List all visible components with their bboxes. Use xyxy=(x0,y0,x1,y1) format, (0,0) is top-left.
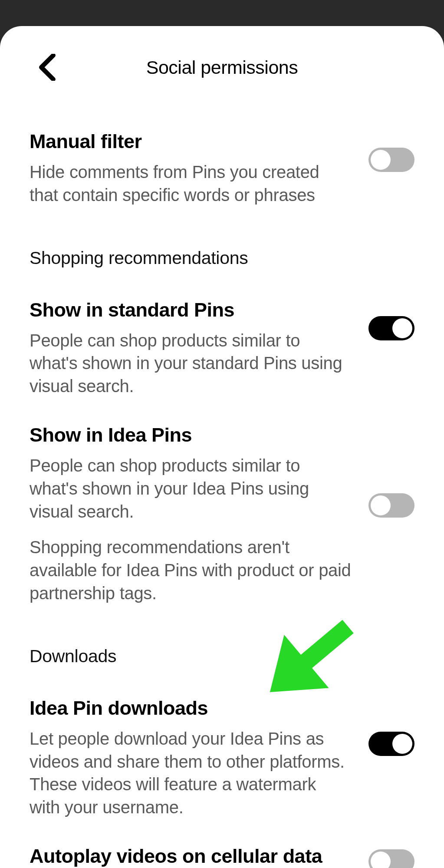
header: Social permissions xyxy=(30,52,414,83)
idea-downloads-toggle[interactable] xyxy=(368,732,414,756)
setting-autoplay: Autoplay videos on cellular data xyxy=(30,845,414,868)
setting-idea-pins: Show in Idea Pins People can shop produc… xyxy=(30,424,414,605)
toggle-knob xyxy=(371,150,391,170)
setting-title: Show in standard Pins xyxy=(30,299,351,321)
setting-standard-pins: Show in standard Pins People can shop pr… xyxy=(30,299,414,398)
setting-desc: People can shop products similar to what… xyxy=(30,329,351,398)
standard-pins-toggle[interactable] xyxy=(368,316,414,340)
manual-filter-toggle[interactable] xyxy=(368,148,414,172)
idea-pins-toggle[interactable] xyxy=(368,493,414,518)
autoplay-toggle[interactable] xyxy=(368,849,414,868)
setting-desc-secondary: Shopping recommendations aren't availabl… xyxy=(30,536,351,604)
toggle-knob xyxy=(371,851,391,868)
toggle-knob xyxy=(392,318,412,338)
setting-idea-downloads: Idea Pin downloads Let people download y… xyxy=(30,697,414,819)
toggle-knob xyxy=(392,734,412,754)
setting-desc: Hide comments from Pins you created that… xyxy=(30,161,351,207)
setting-title: Autoplay videos on cellular data xyxy=(30,845,351,868)
page-title: Social permissions xyxy=(30,57,414,78)
setting-manual-filter: Manual filter Hide comments from Pins yo… xyxy=(30,130,414,207)
section-shopping: Shopping recommendations xyxy=(30,248,414,268)
setting-title: Manual filter xyxy=(30,130,351,153)
back-icon[interactable] xyxy=(38,54,56,81)
settings-sheet: Social permissions Manual filter Hide co… xyxy=(0,26,444,868)
setting-desc: Let people download your Idea Pins as vi… xyxy=(30,727,351,819)
section-downloads: Downloads xyxy=(30,646,414,667)
setting-title: Show in Idea Pins xyxy=(30,424,351,446)
setting-title: Idea Pin downloads xyxy=(30,697,351,719)
setting-desc: People can shop products similar to what… xyxy=(30,454,351,523)
toggle-knob xyxy=(371,495,391,515)
